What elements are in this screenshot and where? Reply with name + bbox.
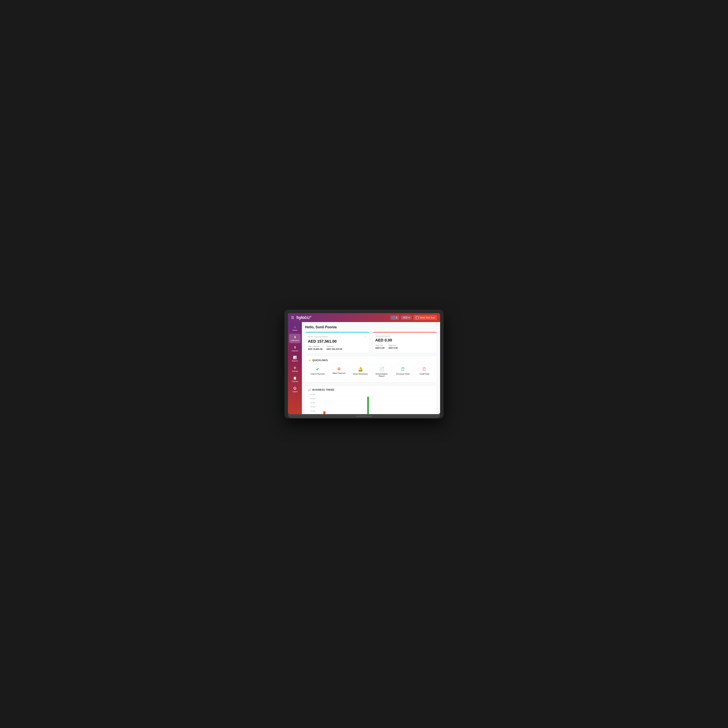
quicklink-reconciliation-report[interactable]: 📄 Reconciliation Report xyxy=(372,364,392,380)
quicklinks-icon: ⚡ xyxy=(308,359,311,362)
chart-col-3: 2024-02 xyxy=(361,396,375,414)
business-trend-title: BUSINESS TREND xyxy=(312,388,334,391)
chart-col-5: 2024-04 xyxy=(390,396,404,414)
sidebar-item-tutorials[interactable]: 📋 Tutorials xyxy=(289,375,301,384)
menu-icon[interactable]: ☰ xyxy=(291,315,294,320)
chart-col-6: 2024-05 xyxy=(405,396,419,414)
chart-col-7: 2023-12 xyxy=(419,396,433,414)
stats-row: TOTAL COLLECTIONS → AED 157,561.00 Total… xyxy=(305,332,437,353)
laptop-base xyxy=(288,414,440,418)
quicklink-make-payment[interactable]: ⊕ Make Payment xyxy=(329,364,349,380)
payouts-due-label: Total Due xyxy=(388,344,398,346)
y-label-3: 60,000 xyxy=(308,406,317,408)
quicklink-purchase-order[interactable]: 🗒 Purchase Order xyxy=(393,364,413,380)
chart-col-4: 2024-03 xyxy=(376,396,390,414)
collections-arrow-icon[interactable]: → xyxy=(364,335,367,338)
collections-due-value: AED 136,470.00 xyxy=(326,348,342,350)
credit-note-label: Credit Note xyxy=(419,373,430,375)
app-wrapper: ☰ hylobiz® 🌐 A AED ▾ 👤 Oasis Tech xyxy=(288,313,440,414)
sidebar-item-collections[interactable]: ⬇ Collections xyxy=(289,334,301,343)
make-payment-icon: ⊕ xyxy=(337,367,341,371)
tutorials-icon: 📋 xyxy=(293,376,297,380)
user-menu-button[interactable]: 👤 Oasis Tech Solu xyxy=(413,315,437,320)
collections-collected-value: AED 19,891.00 xyxy=(308,348,323,350)
quicklink-credit-note[interactable]: 🗒 Credit Note xyxy=(414,364,434,380)
chart-area: 2023-112023-122024-012024-022024-032024-… xyxy=(317,396,434,414)
bar-red-0 xyxy=(323,411,325,414)
payouts-paid: Total Paid AED 0.00 xyxy=(375,344,385,349)
app-logo: hylobiz® xyxy=(297,315,311,320)
quicklink-collect-payment[interactable]: ✔ Collect Payment xyxy=(308,364,327,380)
reconciliation-report-label: Reconciliation Report xyxy=(374,373,390,377)
sidebar-item-reports[interactable]: 📊 Reports xyxy=(289,354,301,364)
lang-icon: 🌐 xyxy=(392,316,395,319)
collect-payment-label: Collect Payment xyxy=(310,373,325,375)
quicklink-setup-reminders[interactable]: 🔔 Setup Reminders xyxy=(350,364,370,380)
currency-label: AED xyxy=(403,316,408,319)
quicklinks-title: QUICKLINKS xyxy=(312,359,328,362)
logo-bold: hylo xyxy=(297,315,305,320)
logout-icon: ⏻ xyxy=(293,387,297,390)
sidebar-item-logout-label: Logout xyxy=(292,391,298,393)
chart-col-1: 2023-12 xyxy=(332,396,346,414)
lang-translate-icon: A xyxy=(396,316,398,319)
setup-reminders-label: Setup Reminders xyxy=(353,373,368,375)
payouts-due: Total Due AED 0.00 xyxy=(388,344,398,349)
payouts-sub-row: Total Paid AED 0.00 Total Due AED 0.00 xyxy=(375,344,434,349)
trend-icon: 📈 xyxy=(308,388,311,392)
purchase-order-label: Purchase Order xyxy=(396,373,410,375)
screen: ☰ hylobiz® 🌐 A AED ▾ 👤 Oasis Tech xyxy=(288,313,440,414)
top-nav: ☰ hylobiz® 🌐 A AED ▾ 👤 Oasis Tech xyxy=(288,313,440,322)
business-trend-section: 📈 BUSINESS TREND 120,000 100,000 80,000 … xyxy=(305,385,437,414)
user-name-text: Sunil Poonia xyxy=(315,325,336,329)
quicklinks-header: ⚡ QUICKLINKS xyxy=(308,359,434,362)
collections-sub-row: Total Collected AED 19,891.00 Total Due … xyxy=(308,346,367,350)
chart-col-2: 2024-01 xyxy=(347,396,361,414)
y-label-2: 80,000 xyxy=(308,402,317,404)
quicklinks-grid: ✔ Collect Payment ⊕ Make Payment 🔔 Setup… xyxy=(308,364,434,380)
collections-icon: ⬇ xyxy=(294,335,296,339)
reconciliation-report-icon: 📄 xyxy=(379,367,384,372)
main-content: Hello, Sunil Poonia TOTAL COLLECTIONS → … xyxy=(302,322,440,414)
logo-sup: ® xyxy=(310,316,311,318)
sidebar-item-settings-label: Settings xyxy=(292,370,298,372)
home-icon: ⌂ xyxy=(294,325,296,329)
laptop-notch xyxy=(356,416,372,417)
sidebar-item-logout[interactable]: ⏻ Logout xyxy=(289,385,301,394)
sidebar-item-settings[interactable]: ⚙ Settings xyxy=(289,364,301,374)
collections-amount: AED 157,561.00 xyxy=(308,339,367,344)
user-label: Oasis Tech Solu xyxy=(420,317,435,319)
sidebar-item-collections-label: Collections xyxy=(291,340,299,342)
y-label-0: 120,000 xyxy=(308,394,317,395)
collections-collected-label: Total Collected xyxy=(308,346,323,347)
purchase-order-icon: 🗒 xyxy=(401,367,405,372)
reports-icon: 📊 xyxy=(293,356,297,359)
collect-payment-icon: ✔ xyxy=(316,367,320,372)
collections-label: TOTAL COLLECTIONS → xyxy=(308,335,367,338)
payouts-amount: AED 0.00 xyxy=(375,338,434,343)
laptop-frame: ☰ hylobiz® 🌐 A AED ▾ 👤 Oasis Tech xyxy=(284,310,444,418)
sidebar-item-home[interactable]: ⌂ Home xyxy=(289,324,301,333)
y-label-1: 100,000 xyxy=(308,398,317,399)
payouts-due-value: AED 0.00 xyxy=(388,347,398,349)
currency-button[interactable]: AED ▾ xyxy=(401,315,411,320)
payouts-paid-label: Total Paid xyxy=(375,344,385,346)
collections-due-label: Total Due xyxy=(326,346,342,347)
payouts-paid-value: AED 0.00 xyxy=(375,347,385,349)
payouts-label: TOTAL PAYOUTS xyxy=(375,335,434,337)
collections-collected: Total Collected AED 19,891.00 xyxy=(308,346,323,350)
user-avatar-icon: 👤 xyxy=(416,316,419,320)
nav-right: 🌐 A AED ▾ 👤 Oasis Tech Solu xyxy=(390,315,437,320)
setup-reminders-icon: 🔔 xyxy=(358,367,363,372)
chart-col-0: 2023-11 xyxy=(317,396,332,414)
sidebar-item-payouts[interactable]: ⬆ Payouts xyxy=(289,344,301,353)
sidebar-item-tutorials-label: Tutorials xyxy=(292,381,298,382)
language-button[interactable]: 🌐 A xyxy=(390,315,399,320)
quicklinks-section: ⚡ QUICKLINKS ✔ Collect Payment ⊕ Make Pa… xyxy=(305,356,437,382)
sidebar: ⌂ Home ⬇ Collections ⬆ Payouts 📊 Reports xyxy=(288,322,302,414)
bar-green-3 xyxy=(367,397,369,414)
payouts-card: TOTAL PAYOUTS AED 0.00 Total Paid AED 0.… xyxy=(372,332,437,353)
business-trend-header: 📈 BUSINESS TREND xyxy=(308,388,434,392)
credit-note-icon: 🗒 xyxy=(422,367,427,372)
settings-icon: ⚙ xyxy=(294,366,296,370)
